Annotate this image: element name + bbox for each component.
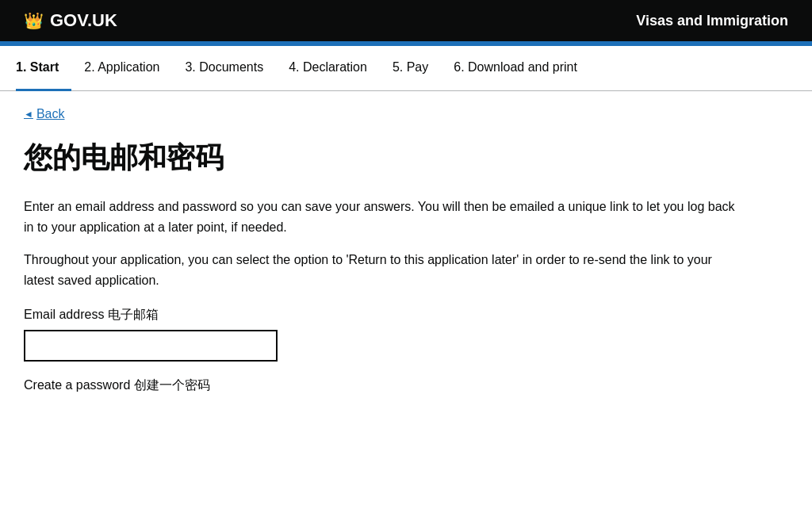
- tab-download[interactable]: 6. Download and print: [441, 46, 590, 91]
- crown-icon: 👑: [24, 11, 44, 30]
- email-label: Email address 电子邮箱: [24, 307, 737, 323]
- email-input[interactable]: [24, 330, 278, 362]
- page-title: 您的电邮和密码: [24, 140, 737, 174]
- tab-start[interactable]: 1. Start: [16, 46, 71, 91]
- gov-uk-logo: 👑 GOV.UK: [24, 10, 117, 31]
- back-link[interactable]: ◄ Back: [24, 107, 737, 121]
- main-content: ◄ Back 您的电邮和密码 Enter an email address an…: [0, 91, 761, 426]
- gov-uk-text: GOV.UK: [50, 10, 117, 31]
- back-link-label: Back: [36, 107, 65, 121]
- service-name: Visas and Immigration: [636, 13, 788, 29]
- step-navigation: 1. Start 2. Application 3. Documents 4. …: [0, 46, 812, 91]
- tab-declaration[interactable]: 4. Declaration: [276, 46, 380, 91]
- back-arrow-icon: ◄: [24, 109, 33, 120]
- site-header: 👑 GOV.UK Visas and Immigration: [0, 0, 812, 41]
- description-paragraph-1: Enter an email address and password so y…: [24, 197, 737, 237]
- description-paragraph-2: Throughout your application, you can sel…: [24, 250, 737, 290]
- email-password-form: Email address 电子邮箱 Create a password 创建一…: [24, 307, 737, 394]
- tab-application[interactable]: 2. Application: [71, 46, 172, 91]
- password-label: Create a password 创建一个密码: [24, 377, 737, 394]
- tab-documents[interactable]: 3. Documents: [172, 46, 276, 91]
- tab-pay[interactable]: 5. Pay: [380, 46, 441, 91]
